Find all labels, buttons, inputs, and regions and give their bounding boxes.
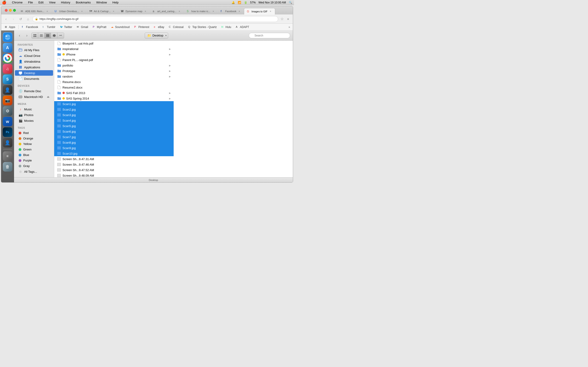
- sidebar-item-tag-blue[interactable]: Blue: [15, 152, 53, 158]
- fullscreen-button[interactable]: [13, 9, 16, 12]
- dock-music[interactable]: ♫: [3, 64, 12, 74]
- view-column-button[interactable]: [44, 33, 51, 38]
- view-coverflow-button[interactable]: [51, 33, 57, 38]
- menu-view[interactable]: View: [48, 1, 57, 4]
- menu-file[interactable]: File: [27, 1, 34, 4]
- dock-user2[interactable]: 👤: [3, 138, 12, 148]
- dock-ps[interactable]: Ps: [3, 127, 12, 137]
- tab-ade[interactable]: ✉ ADE 630: Rem... ×: [18, 8, 52, 15]
- file-item-3[interactable]: Parent PL...-signed.pdf: [54, 57, 174, 63]
- back-button[interactable]: ‹: [3, 16, 9, 22]
- file-item-13[interactable]: Scan3.jpg: [54, 112, 174, 118]
- file-item-2[interactable]: iPhone ▶: [54, 52, 174, 57]
- view-extra-button[interactable]: [57, 33, 64, 38]
- file-item-21[interactable]: Screen Sh...9.47.31 AM: [54, 156, 174, 162]
- sidebar-item-macintosh-hd[interactable]: Macintosh HD ⏏: [15, 94, 53, 100]
- bookmark-mypratt[interactable]: P MyPratt: [91, 25, 108, 29]
- tab-dymaxion[interactable]: W Dymaxion map ×: [118, 8, 150, 15]
- menu-history[interactable]: History: [60, 1, 71, 4]
- dock-appstore[interactable]: A: [3, 43, 12, 52]
- menu-chrome[interactable]: Chrome: [11, 1, 23, 4]
- tab-close-dymaxion[interactable]: ×: [144, 10, 147, 13]
- menu-icon[interactable]: ≡: [285, 16, 291, 22]
- view-icon-button[interactable]: [32, 33, 38, 38]
- file-item-1[interactable]: inspirational ▶: [54, 46, 174, 52]
- sidebar-item-tag-gray[interactable]: Gray: [15, 163, 53, 169]
- file-item-23[interactable]: Screen Sh...9.47.52 AM: [54, 167, 174, 173]
- file-item-18[interactable]: Scan8.jpg: [54, 140, 174, 145]
- tab-close-ade[interactable]: ×: [46, 10, 49, 13]
- tab-urban[interactable]: U Urban Omnibus... ×: [52, 8, 86, 15]
- sidebar-item-tag-purple[interactable]: Purple: [15, 158, 53, 163]
- sidebar-item-photos[interactable]: 📷 Photos: [15, 112, 53, 118]
- file-item-10[interactable]: SAS Spring 2014 ▶: [54, 96, 174, 101]
- dock-photo[interactable]: 📷: [3, 96, 12, 105]
- sidebar-item-icloud-drive[interactable]: ☁ iCloud Drive: [15, 53, 53, 58]
- finder-back-button[interactable]: ‹: [17, 33, 22, 38]
- file-item-15[interactable]: Scan5.jpg: [54, 123, 174, 129]
- bookmarks-more-button[interactable]: »: [288, 25, 291, 29]
- home-button[interactable]: ⌂: [25, 16, 31, 22]
- bookmark-star-icon[interactable]: ☆: [280, 17, 284, 21]
- sidebar-item-tag-green[interactable]: Green: [15, 147, 53, 152]
- minimize-button[interactable]: [9, 9, 12, 12]
- bookmark-pinterest[interactable]: P Pinterest: [132, 25, 151, 29]
- menu-help[interactable]: Help: [111, 1, 120, 4]
- menu-edit[interactable]: Edit: [37, 1, 44, 4]
- sidebar-item-music[interactable]: ♪ Music: [15, 106, 53, 112]
- sidebar-item-desktop[interactable]: Desktop: [15, 70, 53, 76]
- eject-macintosh-hd-button[interactable]: ⏏: [47, 95, 49, 98]
- dock-user1[interactable]: 👤: [3, 85, 12, 95]
- tab-close-artcarto2[interactable]: ×: [178, 10, 181, 13]
- sidebar-item-all-tags[interactable]: ◎ All Tags...: [15, 169, 53, 174]
- dock-chrome[interactable]: [3, 53, 12, 63]
- finder-search-input[interactable]: [249, 33, 290, 38]
- bookmark-facebook[interactable]: f Facebook: [20, 25, 40, 29]
- bookmark-apps[interactable]: ⊞ Apps: [3, 25, 17, 29]
- file-item-5[interactable]: Prototype ▶: [54, 68, 174, 74]
- forward-button[interactable]: ›: [10, 16, 16, 22]
- dock-finder[interactable]: [3, 32, 12, 42]
- url-bar[interactable]: 🔒 https://imgflip.com/images-to-gif: [32, 16, 278, 22]
- file-item-12[interactable]: Scan2.jpg: [54, 107, 174, 112]
- file-item-20[interactable]: Scan10.jpg: [54, 151, 174, 156]
- tab-artcarto[interactable]: 🗺 Art & Cartogr... ×: [86, 8, 118, 15]
- bookmark-soundcloud[interactable]: ☁ Soundcloud: [109, 25, 131, 29]
- sidebar-item-documents[interactable]: 📄 Documents: [15, 76, 53, 81]
- dock-list[interactable]: ≡: [3, 151, 12, 161]
- bookmark-colossal[interactable]: C Colossal: [167, 25, 185, 29]
- file-item-22[interactable]: Screen Sh...9.47.46 AM: [54, 162, 174, 167]
- tab-close-imagestogif[interactable]: ×: [269, 10, 272, 13]
- spotlight-icon[interactable]: 🔍: [289, 1, 292, 4]
- bookmark-gmail[interactable]: ✉ Gmail: [75, 25, 90, 29]
- bookmark-adapt[interactable]: A ADAPT: [234, 25, 251, 29]
- path-popup-button[interactable]: 📁 Desktop: [145, 33, 168, 39]
- sidebar-item-applications[interactable]: Applications: [15, 65, 53, 70]
- menu-window[interactable]: Window: [95, 1, 108, 4]
- tab-close-artcarto[interactable]: ×: [112, 10, 115, 13]
- bookmark-hulu[interactable]: H Hulu: [220, 25, 233, 29]
- dock-trash[interactable]: 🗑: [3, 162, 12, 172]
- dock-settings[interactable]: ⚙: [3, 106, 12, 116]
- file-item-7[interactable]: Resume.docx: [54, 79, 174, 85]
- file-item-19[interactable]: Scan9.jpg: [54, 145, 174, 151]
- sidebar-item-shinabobina[interactable]: 👤 shinabobina: [15, 59, 53, 64]
- dock-skype[interactable]: S: [3, 75, 12, 84]
- tab-facebook[interactable]: f Facebook ×: [218, 8, 244, 15]
- sidebar-item-tag-red[interactable]: Red: [15, 130, 53, 135]
- tab-howto[interactable]: S how to make ic... ×: [184, 8, 218, 15]
- menu-bookmarks[interactable]: Bookmarks: [75, 1, 92, 4]
- apple-menu[interactable]: 🍎: [2, 0, 6, 5]
- view-list-button[interactable]: [38, 33, 44, 38]
- bookmark-tumblr[interactable]: t Tumblr: [41, 25, 57, 29]
- tab-imagestogif[interactable]: G Images to GIF ×: [244, 8, 275, 15]
- sidebar-item-all-my-files[interactable]: All My Files: [15, 47, 53, 53]
- bookmark-ebay[interactable]: e eBay: [152, 25, 166, 29]
- tab-close-facebook[interactable]: ×: [238, 10, 241, 13]
- tab-artcarto2[interactable]: a art_and_cartog... ×: [150, 8, 184, 15]
- file-item-4[interactable]: portfolio ▶: [54, 63, 174, 68]
- file-item-8[interactable]: Resume2.docx: [54, 85, 174, 90]
- file-item-24[interactable]: Screen Sh...9.48.09 AM: [54, 173, 174, 177]
- file-item-9[interactable]: SAS Fall 2013 ▶: [54, 90, 174, 96]
- sidebar-item-movies[interactable]: 🎬 Movies: [15, 118, 53, 123]
